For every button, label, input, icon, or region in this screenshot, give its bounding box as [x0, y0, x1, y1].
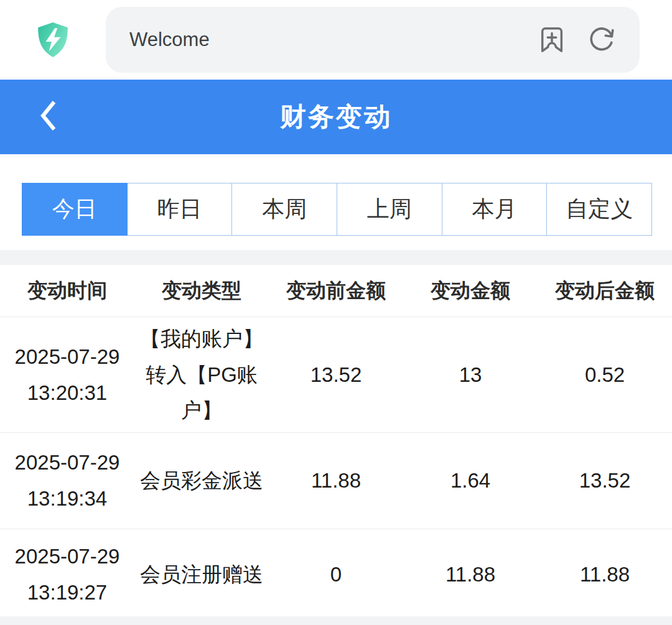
date-filter-tabs: 今日 昨日 本周 上周 本月 自定义 — [22, 183, 652, 236]
cell-amount-before: 0 — [269, 557, 403, 593]
col-header-amount-before: 变动前金额 — [269, 279, 403, 302]
bookmark-add-icon[interactable] — [538, 25, 566, 54]
change-time: 13:19:34 — [5, 481, 129, 517]
address-bar[interactable]: Welcome — [106, 7, 640, 73]
tab-this-week[interactable]: 本周 — [232, 183, 337, 236]
cell-change-amount: 1.64 — [403, 463, 538, 499]
financial-changes-table: 变动时间 变动类型 变动前金额 变动金额 变动后金额 2025-07-29 13… — [0, 265, 672, 620]
cell-amount-before: 13.52 — [269, 357, 403, 393]
table-header-row: 变动时间 变动类型 变动前金额 变动金额 变动后金额 — [0, 265, 672, 317]
shield-lightning-icon — [36, 22, 70, 58]
tab-custom[interactable]: 自定义 — [547, 183, 652, 236]
cell-change-amount: 11.88 — [403, 557, 538, 593]
cell-amount-after: 0.52 — [538, 357, 672, 393]
back-button[interactable] — [22, 80, 75, 154]
col-header-change-type: 变动类型 — [134, 279, 269, 302]
section-divider — [0, 250, 672, 265]
cell-change-time: 2025-07-29 13:19:34 — [0, 445, 134, 517]
cell-amount-after: 11.88 — [538, 557, 672, 593]
tab-yesterday[interactable]: 昨日 — [128, 183, 233, 236]
change-time: 13:20:31 — [5, 375, 129, 411]
cell-change-type: 会员注册赠送 — [134, 557, 269, 593]
tabs-gap — [0, 236, 672, 250]
col-header-change-time: 变动时间 — [0, 279, 134, 302]
change-date: 2025-07-29 — [5, 339, 129, 375]
cell-change-type: 【我的账户】转入【PG账户】 — [134, 321, 269, 428]
tab-last-week[interactable]: 上周 — [337, 183, 442, 236]
refresh-icon[interactable] — [587, 25, 616, 54]
page-header: 财务变动 — [0, 80, 672, 154]
cell-change-time: 2025-07-29 13:20:31 — [0, 339, 134, 411]
change-time: 13:19:27 — [5, 575, 129, 611]
table-row: 2025-07-29 13:19:34 会员彩金派送 11.88 1.64 13… — [0, 433, 672, 529]
table-row: 2025-07-29 13:20:31 【我的账户】转入【PG账户】 13.52… — [0, 317, 672, 433]
back-chevron-icon — [38, 98, 59, 136]
table-row: 2025-07-29 13:19:27 会员注册赠送 0 11.88 11.88 — [0, 529, 672, 620]
change-date: 2025-07-29 — [5, 539, 129, 575]
address-bar-text: Welcome — [129, 29, 210, 51]
col-header-change-amount: 变动金额 — [403, 279, 538, 302]
cell-amount-after: 13.52 — [538, 463, 672, 499]
cell-amount-before: 11.88 — [269, 463, 403, 499]
page-title: 财务变动 — [0, 100, 672, 134]
header-gap — [0, 154, 672, 169]
col-header-amount-after: 变动后金额 — [538, 279, 672, 302]
cell-change-amount: 13 — [403, 357, 538, 393]
bottom-divider — [0, 616, 672, 625]
cell-change-type: 会员彩金派送 — [134, 463, 269, 499]
tab-today[interactable]: 今日 — [22, 183, 128, 236]
tab-this-month[interactable]: 本月 — [442, 183, 548, 236]
cell-change-time: 2025-07-29 13:19:27 — [0, 539, 134, 611]
browser-top-bar: Welcome — [0, 0, 672, 80]
change-date: 2025-07-29 — [5, 445, 129, 481]
